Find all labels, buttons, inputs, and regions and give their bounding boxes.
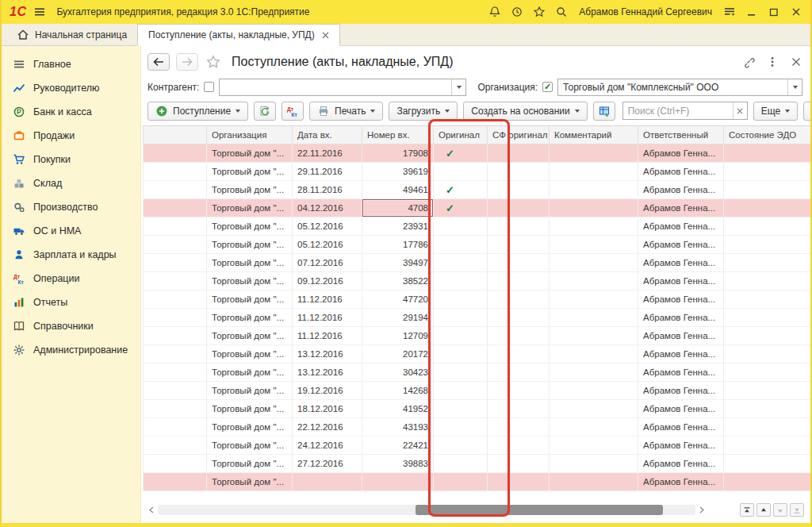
cell-status[interactable] <box>144 418 207 437</box>
cell-organization[interactable]: Торговый дом "... <box>207 382 293 400</box>
cell-organization[interactable]: Торговый дом "... <box>207 144 293 163</box>
organization-checkbox[interactable]: ✓ <box>542 82 553 92</box>
cell-edo-state[interactable] <box>724 327 811 345</box>
cell-responsible[interactable]: Абрамов Генна... <box>638 473 724 491</box>
table-row[interactable]: Торговый дом "...04.12.20164708✓Абрамов … <box>144 199 811 217</box>
cell-sf-original[interactable] <box>488 290 550 309</box>
cell-comment[interactable] <box>550 400 638 418</box>
cell-comment[interactable] <box>550 163 638 181</box>
cell-responsible[interactable]: Абрамов Генна... <box>638 345 724 364</box>
cell-date[interactable]: 11.12.2016 <box>293 327 362 345</box>
sidebar-item-9[interactable]: Зарплата и кадры <box>2 243 140 267</box>
table-row[interactable]: Торговый дом "...05.12.201623931Абрамов … <box>144 217 811 236</box>
cell-original[interactable] <box>434 272 488 290</box>
cell-original[interactable] <box>434 290 488 309</box>
cell-status[interactable] <box>144 345 207 364</box>
sidebar-item-4[interactable]: Продажи <box>2 124 140 148</box>
table-row[interactable]: Торговый дом "...27.12.201639883Абрамов … <box>144 455 811 473</box>
sidebar-item-10[interactable]: ДтКтОперации <box>2 267 140 290</box>
cell-comment[interactable] <box>550 364 638 382</box>
go-up-button[interactable] <box>756 503 771 517</box>
cell-status[interactable] <box>144 309 207 327</box>
column-header-organization[interactable]: Организация <box>207 126 293 144</box>
cell-original[interactable] <box>434 455 488 473</box>
cell-comment[interactable] <box>550 181 638 199</box>
close-window-button[interactable] <box>790 6 802 18</box>
cell-date[interactable]: 29.11.2016 <box>293 163 362 181</box>
tab-receipts[interactable]: Поступление (акты, накладные, УПД) <box>137 24 340 46</box>
cell-status[interactable] <box>144 199 207 217</box>
cell-comment[interactable] <box>550 437 638 455</box>
cell-date[interactable]: 19.12.2016 <box>293 382 362 400</box>
cell-original[interactable] <box>434 217 488 236</box>
create-receipt-button[interactable]: Поступление <box>147 102 248 121</box>
more-kebab-icon[interactable] <box>766 56 779 68</box>
cell-status[interactable] <box>144 327 207 345</box>
cell-date[interactable]: 05.12.2016 <box>293 217 362 236</box>
cell-original[interactable] <box>434 309 488 327</box>
table-row[interactable]: Торговый дом "...28.11.201649461✓Абрамов… <box>144 181 811 199</box>
table-row[interactable]: Торговый дом "...29.11.201639619Абрамов … <box>144 163 811 181</box>
cell-status[interactable] <box>144 437 207 455</box>
cell-sf-original[interactable] <box>488 199 550 217</box>
cell-responsible[interactable]: Абрамов Генна... <box>638 163 724 181</box>
cell-responsible[interactable]: Абрамов Генна... <box>638 144 724 163</box>
favorites-star-icon[interactable] <box>533 6 546 18</box>
cell-organization[interactable]: Торговый дом "... <box>207 345 293 364</box>
cell-date[interactable] <box>293 473 362 491</box>
cell-organization[interactable]: Торговый дом "... <box>207 254 293 272</box>
cell-sf-original[interactable] <box>488 181 550 199</box>
cell-status[interactable] <box>144 217 207 236</box>
cell-edo-state[interactable] <box>724 382 811 400</box>
contragent-dropdown-icon[interactable] <box>451 79 465 95</box>
cell-number[interactable]: 22421 <box>362 437 434 455</box>
cell-date[interactable]: 13.12.2016 <box>293 345 362 364</box>
cell-responsible[interactable]: Абрамов Генна... <box>638 382 724 400</box>
forward-button[interactable] <box>176 53 198 71</box>
edo-exchange-button[interactable] <box>593 102 615 121</box>
cell-organization[interactable]: Торговый дом "... <box>207 181 293 199</box>
table-row[interactable]: Торговый дом "...19.12.201614268Абрамов … <box>144 382 811 400</box>
contragent-checkbox[interactable] <box>204 82 214 92</box>
cell-date[interactable]: 11.12.2016 <box>293 290 362 309</box>
cell-responsible[interactable]: Абрамов Генна... <box>638 181 724 199</box>
cell-number[interactable]: 43193 <box>362 418 434 437</box>
cell-status[interactable] <box>144 163 207 181</box>
cell-number[interactable]: 47720 <box>362 290 434 309</box>
cell-status[interactable] <box>144 364 207 382</box>
sidebar-item-1[interactable]: Главное <box>2 52 140 76</box>
sidebar-item-11[interactable]: Отчеты <box>2 290 140 314</box>
cell-comment[interactable] <box>550 327 638 345</box>
table-row[interactable]: Торговый дом "...11.12.201629194Абрамов … <box>144 309 811 327</box>
contragent-input[interactable] <box>220 79 451 95</box>
cell-comment[interactable] <box>550 272 638 290</box>
contragent-combo[interactable] <box>219 79 466 96</box>
cell-comment[interactable] <box>550 345 638 364</box>
cell-number[interactable]: 38522 <box>362 272 434 290</box>
cell-date[interactable]: 18.12.2016 <box>293 400 362 418</box>
cell-original[interactable] <box>434 382 488 400</box>
cell-comment[interactable] <box>550 473 638 491</box>
cell-original[interactable] <box>434 163 488 181</box>
cell-organization[interactable]: Торговый дом "... <box>207 400 293 418</box>
cell-original[interactable]: ✓ <box>434 199 488 217</box>
table-row[interactable]: Торговый дом "...24.12.201622421Абрамов … <box>144 437 811 455</box>
cell-original[interactable] <box>434 327 488 345</box>
cell-original[interactable] <box>434 418 488 437</box>
current-user[interactable]: Абрамов Геннадий Сергеевич <box>579 6 712 17</box>
cell-organization[interactable]: Торговый дом "... <box>207 217 293 236</box>
cell-original[interactable] <box>434 437 488 455</box>
cell-organization[interactable]: Торговый дом "... <box>207 455 293 473</box>
cell-date[interactable]: 05.12.2016 <box>293 236 362 254</box>
scrollbar-thumb[interactable] <box>416 505 663 515</box>
cell-responsible[interactable]: Абрамов Генна... <box>638 254 724 272</box>
search-box[interactable] <box>622 102 748 120</box>
cell-number[interactable]: 30423 <box>362 364 434 382</box>
cell-sf-original[interactable] <box>488 272 550 290</box>
minimize-button[interactable] <box>745 6 758 18</box>
sidebar-item-8[interactable]: ОС и НМА <box>2 219 140 243</box>
cell-number[interactable]: 12709 <box>362 327 434 345</box>
column-header-icon[interactable] <box>144 126 207 144</box>
cell-number[interactable]: 23931 <box>362 217 434 236</box>
cell-edo-state[interactable] <box>724 473 811 491</box>
